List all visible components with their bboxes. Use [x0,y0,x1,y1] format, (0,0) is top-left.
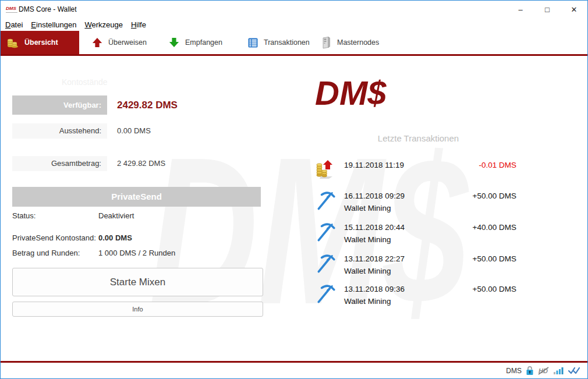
sent-coins-icon [315,159,337,180]
recent-transactions-header: Letzte Transaktionen [315,133,522,143]
menu-datei[interactable]: Datei [5,20,23,29]
sync-check-icon [568,366,580,376]
tab-transaktionen-label: Transaktionen [264,38,310,47]
transaction-date: 15.11.2018 20:44 [344,223,405,232]
tab-empfangen-label: Empfangen [185,38,222,47]
privatesend-status-label: Status: [12,211,36,220]
menu-datei-mnemonic: D [5,20,10,29]
minimize-button[interactable]: – [507,1,534,18]
privatesend-balance-value: 0.00 DMS [98,233,132,242]
window-title: DMS Core - Wallet [19,5,77,13]
menu-einstellungen[interactable]: Einstellungen [31,20,76,29]
tab-ueberweisen[interactable]: Überweisen [87,31,161,54]
privatesend-rounds-value: 1 000 DMS / 2 Runden [98,249,175,257]
info-button[interactable]: Info [12,302,263,317]
pickaxe-mining-icon [315,283,337,305]
available-value: 2429.82 DMS [117,100,178,111]
start-mixing-button[interactable]: Starte Mixen [12,268,263,296]
transaction-label: Wallet Mining [344,297,391,306]
receive-arrow-down-icon [169,37,179,48]
total-label: Gesamtbetrag: [12,156,107,171]
connections-icon [554,367,564,374]
app-window: DMS DMS Core - Wallet – □ ✕ Datei Einste… [0,0,588,379]
menu-werkzeuge-mnemonic: W [84,20,91,29]
transaction-amount: +40.00 DMS [473,223,516,232]
transaction-row[interactable]: 13.11.2018 09:36 Wallet Mining +50.00 DM… [315,283,519,309]
tab-uebersicht[interactable]: Übersicht [1,31,79,54]
tab-masternodes-label: Masternodes [337,38,379,47]
menu-hilfe-rest: ilfe [136,20,146,29]
transaction-amount: +50.00 DMS [473,192,516,200]
window-controls: – □ ✕ [507,1,587,18]
tab-masternodes[interactable]: Masternodes [316,31,391,54]
transaction-row[interactable]: 13.11.2018 22:27 Wallet Mining +50.00 DM… [315,253,519,278]
transaction-label: Wallet Mining [344,235,391,244]
total-value: 2 429.82 DMS [117,159,165,168]
transaction-label: Wallet Mining [344,267,391,275]
tabbar: Übersicht Überweisen Empfangen Transakti… [1,31,587,56]
close-button[interactable]: ✕ [561,1,587,18]
tab-uebersicht-label: Übersicht [24,38,58,47]
titlebar[interactable]: DMS DMS Core - Wallet – □ ✕ [1,1,587,18]
send-arrow-up-icon [92,37,102,48]
transaction-date: 19.11.2018 11:19 [344,161,404,169]
menu-hilfe[interactable]: Hilfe [131,20,146,29]
transaction-amount: +50.00 DMS [473,285,516,293]
statusbar-currency: DMS [506,367,522,375]
transaction-row[interactable]: 15.11.2018 20:44 Wallet Mining +40.00 DM… [315,221,519,247]
menubar: Datei Einstellungen Werkzeuge Hilfe [1,18,587,31]
statusbar: DMS HD [1,361,587,378]
dms-logo: DM$ [315,76,386,110]
transaction-date: 13.11.2018 09:36 [344,285,405,293]
pickaxe-mining-icon [315,253,337,275]
maximize-button[interactable]: □ [534,1,561,18]
transactions-list-icon [248,38,258,48]
transaction-date: 16.11.2018 09:29 [344,192,405,200]
balances-header: Kontostände [62,77,108,87]
pending-value: 0.00 DMS [117,126,151,135]
app-logo-icon: DMS [6,5,17,13]
transaction-date: 13.11.2018 22:27 [344,254,405,263]
privatesend-balance-label: PrivateSend Kontostand: [12,233,96,242]
tab-empfangen[interactable]: Empfangen [164,31,237,54]
transaction-amount: +50.00 DMS [473,254,516,263]
menu-datei-rest: atei [10,20,23,29]
wallet-lock-icon [526,366,534,376]
coins-icon [6,37,19,48]
transaction-row[interactable]: 16.11.2018 09:29 Wallet Mining +50.00 DM… [315,190,519,215]
overview-page: DM$ Kontostände Verfügbar: 2429.82 DMS A… [1,56,587,361]
pickaxe-mining-icon [315,221,337,243]
menu-einstellungen-mnemonic: E [31,20,36,29]
transaction-row[interactable]: 19.11.2018 11:19 -0.01 DMS [315,159,519,185]
available-label: Verfügbar: [12,95,107,115]
masternodes-server-icon [321,37,331,49]
menu-hilfe-mnemonic: H [131,20,136,29]
tab-ueberweisen-label: Überweisen [108,38,147,47]
pickaxe-mining-icon [315,190,337,212]
menu-werkzeuge-rest: erkzeuge [91,20,122,29]
menu-werkzeuge[interactable]: Werkzeuge [84,20,123,29]
pending-label: Ausstehend: [12,123,107,139]
privatesend-header: PrivateSend [12,187,261,207]
hd-disabled-icon: HD [538,366,550,375]
transaction-amount: -0.01 DMS [479,161,516,169]
privatesend-rounds-label: Betrag und Runden: [12,249,80,257]
tab-transaktionen[interactable]: Transaktionen [243,31,317,54]
transaction-label: Wallet Mining [344,204,391,212]
menu-einstellungen-rest: instellungen [36,20,76,29]
privatesend-status-value: Deaktiviert [98,211,134,220]
